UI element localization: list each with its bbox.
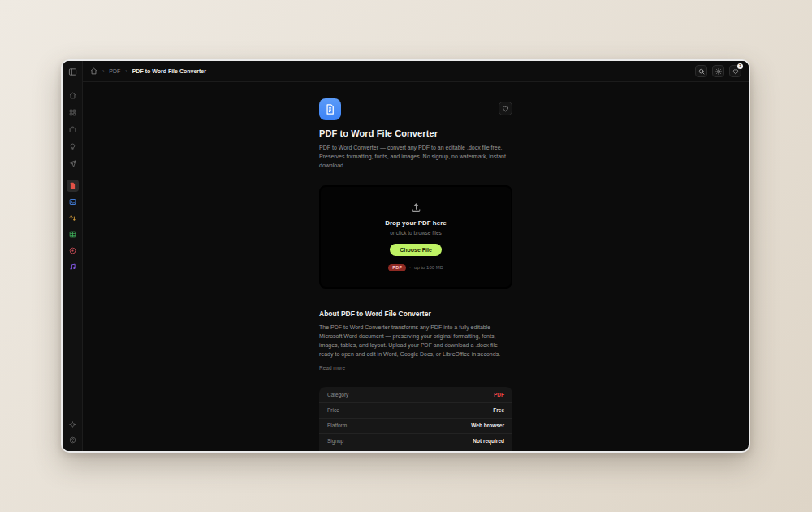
search-button[interactable] (695, 65, 707, 77)
settings-icon[interactable] (67, 419, 78, 430)
breadcrumb-parent[interactable]: PDF (109, 68, 120, 74)
table-row: Built by Ezekiel Adewumi↗ (319, 449, 512, 451)
content-scroll-area[interactable]: PDF to Word File Converter PDF to Word C… (83, 82, 749, 451)
favorite-heart-button[interactable] (499, 102, 512, 115)
about-heading: About PDF to Word File Converter (319, 310, 512, 318)
send-icon[interactable] (67, 158, 78, 169)
read-more-link[interactable]: Read more (319, 365, 345, 371)
row-label: Platform (327, 423, 347, 428)
dropzone-meta: PDF · up to 100 MB (388, 264, 443, 271)
image-icon[interactable] (67, 196, 79, 208)
lightbulb-icon[interactable] (67, 141, 78, 152)
app-window: › PDF › PDF to Word File Converter 2 (61, 59, 750, 453)
row-label: Category (327, 392, 348, 397)
table-row: Platform Web browser (319, 419, 512, 434)
hero-header (319, 98, 512, 120)
video-icon[interactable] (67, 245, 79, 257)
home-icon[interactable] (67, 89, 78, 101)
topbar: › PDF › PDF to Word File Converter 2 (83, 61, 749, 82)
page-title: PDF to Word File Converter (319, 128, 512, 138)
theme-toggle-button[interactable] (712, 65, 724, 77)
about-body: The PDF to Word Converter transforms any… (319, 323, 512, 359)
main-area: › PDF › PDF to Word File Converter 2 (83, 61, 749, 451)
row-value: PDF (494, 392, 504, 397)
row-label: Price (327, 407, 339, 413)
convert-icon[interactable] (67, 212, 79, 224)
details-table: Category PDF Price Free Platform Web bro… (319, 387, 512, 451)
size-limit-text: up to 100 MB (414, 265, 443, 270)
sidebar-footer (67, 419, 78, 445)
pdf-type-badge: PDF (388, 264, 406, 271)
topbar-actions: 2 (695, 65, 741, 77)
favorites-count-badge: 2 (737, 63, 743, 69)
pdf-app-icon (319, 98, 341, 120)
breadcrumb-home-icon[interactable] (90, 67, 97, 75)
table-row: Price Free (319, 403, 512, 419)
breadcrumb-separator: › (102, 68, 104, 74)
sidebar-toggle-icon[interactable] (67, 66, 79, 78)
sidebar-nav (67, 89, 78, 169)
row-value: Not required (473, 438, 504, 444)
breadcrumb-separator: › (125, 68, 127, 74)
grid-icon[interactable] (67, 106, 78, 118)
spreadsheet-icon[interactable] (67, 228, 79, 241)
table-row: Category PDF (319, 387, 512, 402)
file-dropzone[interactable]: Drop your PDF here or click to browse fi… (319, 185, 512, 289)
breadcrumb: › PDF › PDF to Word File Converter (90, 67, 206, 75)
row-label: Signup (327, 438, 343, 444)
dropzone-heading: Drop your PDF here (385, 219, 447, 227)
audio-icon[interactable] (67, 261, 79, 273)
sidebar (63, 61, 83, 451)
favorites-button[interactable]: 2 (729, 65, 741, 77)
briefcase-icon[interactable] (67, 124, 78, 135)
help-icon[interactable] (67, 434, 78, 445)
table-row: Signup Not required (319, 434, 512, 449)
breadcrumb-current: PDF to Word File Converter (132, 68, 206, 74)
choose-file-button[interactable]: Choose File (390, 244, 442, 256)
dropzone-subheading: or click to browse files (390, 230, 442, 236)
dot-separator: · (409, 265, 411, 270)
row-value: Free (493, 407, 504, 413)
sidebar-tools (67, 180, 79, 273)
upload-icon (411, 202, 421, 213)
row-value: Web browser (471, 423, 504, 428)
pdf-file-icon[interactable] (67, 180, 79, 192)
page-description: PDF to Word Converter — convert any PDF … (319, 143, 512, 171)
